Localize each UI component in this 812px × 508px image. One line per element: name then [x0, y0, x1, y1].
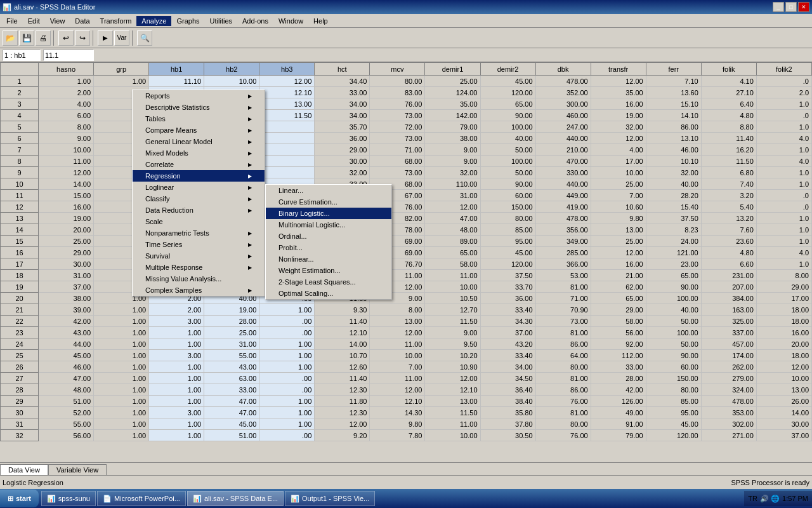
cell-hb3[interactable] — [259, 144, 315, 156]
cell-hasno[interactable]: 15.00 — [39, 190, 94, 201]
cell-hb3[interactable]: 11.50 — [259, 110, 315, 121]
cell-data[interactable]: 32.00 — [315, 167, 370, 178]
cell-hb3[interactable] — [259, 156, 315, 167]
cell-data[interactable]: 4.00 — [591, 144, 646, 156]
cell-hasno[interactable]: 31.00 — [39, 270, 94, 281]
redo-button[interactable]: ↪ — [75, 30, 90, 46]
cell-hb2[interactable]: 31.00 — [204, 338, 259, 350]
cell-data[interactable]: 353.00 — [701, 407, 756, 418]
cell-data[interactable]: 76.00 — [370, 98, 425, 110]
cell-data[interactable]: 42.00 — [591, 384, 646, 396]
cell-data[interactable]: 11.00 — [370, 338, 425, 350]
cell-hb3[interactable]: .00 — [259, 384, 315, 396]
cell-data[interactable]: 112.00 — [591, 350, 646, 361]
cell-data[interactable]: 10.50 — [425, 293, 480, 304]
taskbar-spss-output[interactable]: 📊 Output1 - SPSS Vie... — [285, 491, 375, 506]
cell-data[interactable]: 440.00 — [535, 178, 591, 190]
cell-data[interactable]: 65.00 — [591, 293, 646, 304]
cell-data[interactable]: 36.40 — [480, 384, 535, 396]
cell-data[interactable]: 12.00 — [425, 373, 480, 384]
cell-grp[interactable]: 1.00 — [94, 350, 149, 361]
cell-hb3[interactable]: 1.00 — [259, 338, 315, 350]
cell-hb3[interactable]: .00 — [259, 373, 315, 384]
cell-data[interactable]: 85.00 — [646, 396, 701, 407]
cell-data[interactable]: 120.00 — [646, 430, 701, 441]
cell-data[interactable]: 32.00 — [646, 167, 701, 178]
cell-data[interactable]: 366.00 — [535, 258, 591, 270]
cell-hb2[interactable]: 43.00 — [204, 361, 259, 373]
cell-hasno[interactable]: 37.00 — [39, 281, 94, 293]
cell-data[interactable]: 1.0 — [756, 167, 811, 178]
cell-data[interactable]: 25.00 — [591, 178, 646, 190]
cell-data[interactable]: 384.00 — [701, 293, 756, 304]
cell-hb1[interactable]: 1.00 — [149, 384, 204, 396]
cell-data[interactable]: 7.00 — [591, 190, 646, 201]
cell-data[interactable]: 36.00 — [480, 293, 535, 304]
cell-data[interactable]: 64.00 — [535, 350, 591, 361]
cell-data[interactable]: 12.00 — [370, 327, 425, 338]
cell-data[interactable]: 100.00 — [646, 293, 701, 304]
cell-data[interactable]: 38.40 — [480, 396, 535, 407]
cell-data[interactable]: 419.00 — [535, 201, 591, 213]
cell-grp[interactable]: 1.00 — [94, 430, 149, 441]
cell-data[interactable]: 4.0 — [756, 156, 811, 167]
cell-data[interactable]: 43.20 — [480, 338, 535, 350]
cell-data[interactable]: 100.00 — [480, 121, 535, 133]
cell-data[interactable]: 7.00 — [370, 361, 425, 373]
cell-data[interactable]: 8.00 — [756, 270, 811, 281]
reg-2stage[interactable]: 2-Stage Least Squares... — [266, 276, 391, 288]
cell-hasno[interactable]: 2.00 — [39, 87, 94, 98]
cell-data[interactable]: 27.10 — [701, 87, 756, 98]
cell-data[interactable]: 10.00 — [425, 281, 480, 293]
taskbar-spss-data[interactable]: 📊 ali.sav - SPSS Data E... — [187, 491, 284, 506]
cell-hasno[interactable]: 4.00 — [39, 98, 94, 110]
maximize-button[interactable]: □ — [785, 2, 797, 12]
cell-data[interactable]: 10.20 — [425, 350, 480, 361]
cell-data[interactable]: 60.00 — [646, 361, 701, 373]
cell-data[interactable]: 62.00 — [591, 281, 646, 293]
cell-data[interactable]: 262.00 — [701, 361, 756, 373]
cell-data[interactable]: 12.30 — [315, 407, 370, 418]
cell-hb3[interactable]: .00 — [259, 430, 315, 441]
reg-multinomial[interactable]: Multinomial Logistic... — [266, 219, 391, 231]
cell-data[interactable]: 1.0 — [756, 213, 811, 224]
cell-hb2[interactable]: 47.00 — [204, 407, 259, 418]
cell-data[interactable]: 37.50 — [480, 270, 535, 281]
cell-data[interactable]: 86.00 — [535, 384, 591, 396]
cell-data[interactable]: 29.00 — [315, 144, 370, 156]
cell-hb1[interactable]: 1.00 — [149, 361, 204, 373]
cell-data[interactable]: 300.00 — [535, 98, 591, 110]
cell-hb3[interactable]: 1.00 — [259, 361, 315, 373]
cell-grp[interactable]: 1.00 — [94, 316, 149, 327]
cell-data[interactable]: 324.00 — [701, 384, 756, 396]
cell-data[interactable]: 110.00 — [425, 178, 480, 190]
cell-hb3[interactable] — [259, 133, 315, 144]
cell-data[interactable]: 85.00 — [480, 224, 535, 236]
cell-data[interactable]: 6.60 — [701, 258, 756, 270]
cell-data[interactable]: 126.00 — [591, 396, 646, 407]
analyze-tables[interactable]: Tables ▶ — [133, 113, 265, 124]
reg-binary-logistic[interactable]: Binary Logistic... — [266, 208, 391, 219]
cell-data[interactable]: 337.00 — [701, 327, 756, 338]
cell-data[interactable]: 23.00 — [646, 258, 701, 270]
cell-data[interactable]: 12.10 — [425, 384, 480, 396]
cell-data[interactable]: 325.00 — [701, 316, 756, 327]
cell-data[interactable]: 18.00 — [756, 304, 811, 316]
cell-data[interactable]: 302.00 — [701, 418, 756, 430]
cell-data[interactable]: 11.00 — [370, 373, 425, 384]
cell-data[interactable]: 7.40 — [701, 178, 756, 190]
cell-hasno[interactable]: 16.00 — [39, 201, 94, 213]
reg-ordinal[interactable]: Ordinal... — [266, 231, 391, 242]
cell-data[interactable]: 76.00 — [535, 430, 591, 441]
cell-data[interactable]: 356.00 — [535, 224, 591, 236]
cell-data[interactable]: 28.20 — [646, 190, 701, 201]
cell-data[interactable]: 12.00 — [756, 361, 811, 373]
cell-data[interactable]: 32.00 — [591, 121, 646, 133]
cell-data[interactable]: 12.00 — [591, 76, 646, 87]
cell-data[interactable]: 68.00 — [370, 156, 425, 167]
cell-data[interactable]: 29.00 — [591, 304, 646, 316]
col-header-folik2[interactable]: folik2 — [756, 63, 811, 76]
menu-window[interactable]: Window — [273, 16, 308, 26]
cell-hb3[interactable]: 1.00 — [259, 350, 315, 361]
cell-data[interactable]: 73.00 — [370, 133, 425, 144]
